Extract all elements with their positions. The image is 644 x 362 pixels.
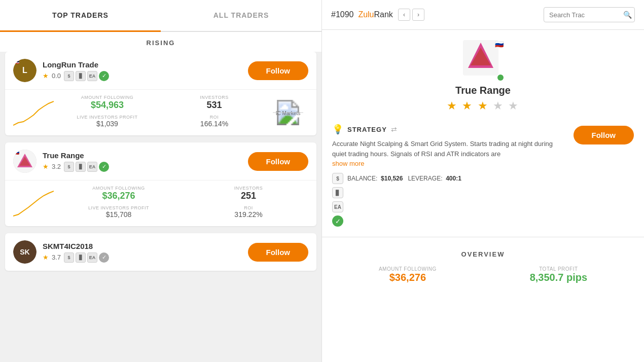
trader-rating-longrun: ★ 0.0 $ ▊ EA ✓ [43, 71, 242, 81]
balance-label: BALANCE: [347, 175, 377, 182]
badge-bar-truerange: ▊ [76, 162, 86, 172]
badge-verified-skmt: ✓ [99, 252, 109, 263]
overview-amount-following-label: AMOUNT FOLLOWING [379, 266, 437, 272]
rating-value-truerange: 3.2 [52, 163, 61, 170]
rising-label: RISING [0, 32, 321, 52]
overview-total-profit: TOTAL PROFIT 8,350.7 pips [530, 266, 587, 283]
profile-flag: 🇷🇺 [495, 40, 504, 48]
avatar-truerange: 🇷🇺 [13, 150, 37, 173]
trader-info-skmt: SKMT4IC2018 ★ 3.7 $ ▊ EA ✓ [43, 242, 242, 263]
amount-following-value-longrun: $54,963 [59, 100, 156, 111]
amount-following-label-longrun: AMOUNT FOLLOWING [59, 95, 156, 100]
right-follow-button[interactable]: Follow [574, 126, 634, 144]
trader-profile-section: 🇷🇺 True Range ★ ★ ★ ★ ★ [322, 30, 644, 124]
chart-longrun [13, 95, 54, 130]
overview-amount-following-value: $36,276 [379, 272, 437, 283]
badge-bar-longrun: ▊ [76, 71, 86, 81]
stats-grid-truerange: AMOUNT FOLLOWING $36,276 INVESTORS 251 L… [59, 186, 308, 221]
roi-value-longrun: 166.14% [166, 120, 263, 128]
leverage-value: 400:1 [446, 175, 461, 182]
rank-number: #1090 ZuluRank [331, 10, 393, 19]
right-header: #1090 ZuluRank ‹ › 🔍 [322, 0, 644, 30]
rank-next-button[interactable]: › [412, 9, 424, 21]
badge-verified-longrun: ✓ [99, 71, 109, 81]
star-icon-truerange: ★ [43, 163, 49, 170]
live-investors-label-truerange: LIVE INVESTORS PROFIT [59, 205, 178, 210]
badge-dollar-truerange: $ [64, 162, 74, 172]
balance-value: $10,526 [381, 175, 403, 182]
rank-zulu-text: Zulu [358, 10, 374, 19]
verified-badge-icon: ✓ [332, 215, 343, 227]
avatar-longrun: 🇹🇭 L [13, 59, 37, 82]
strategy-arrows-icon: ⇄ [391, 125, 397, 133]
tab-top-traders[interactable]: TOP TRADERS [0, 0, 161, 32]
right-panel: #1090 ZuluRank ‹ › 🔍 🇷🇺 True Range ★ ★ [322, 0, 644, 362]
badge-dollar-skmt: $ [64, 252, 74, 263]
trader-info-longrun: LongRun Trade ★ 0.0 $ ▊ EA ✓ [43, 60, 242, 81]
strategy-label: STRATEGY [347, 126, 387, 133]
dollar-badge-icon: $ [332, 173, 343, 184]
left-panel: TOP TRADERS ALL TRADERS RISING 🇹🇭 L Long… [0, 0, 322, 362]
live-investors-label-longrun: LIVE INVESTORS PROFIT [59, 115, 156, 120]
badge-ea-skmt: EA [87, 252, 97, 263]
trader-info-truerange: True Range ★ 3.2 $ ▊ EA ✓ [43, 151, 242, 172]
bar-badge-row: ▊ [332, 187, 634, 198]
trader-name-truerange: True Range [43, 151, 242, 160]
amount-following-value-truerange: $36,276 [59, 191, 178, 201]
stats-grid-longrun: AMOUNT FOLLOWING $54,963 INVESTORS 531 L… [59, 95, 263, 130]
badge-bar-skmt: ▊ [76, 252, 86, 263]
rank-hash: #1090 [331, 10, 354, 19]
trader-name-skmt: SKMT4IC2018 [43, 242, 242, 250]
trader-card-skmt: SK SKMT4IC2018 ★ 3.7 $ ▊ EA ✓ [5, 233, 316, 271]
search-icon: 🔍 [623, 11, 632, 19]
overview-section: OVERVIEW AMOUNT FOLLOWING $36,276 TOTAL … [322, 242, 644, 292]
strategy-content: 💡 STRATEGY ⇄ Accurate Night Scalping & S… [332, 124, 565, 168]
follow-button-skmt[interactable]: Follow [248, 243, 309, 262]
svg-text:IC Markets: IC Markets [276, 111, 300, 116]
profile-name: True Range [455, 85, 511, 96]
divider [322, 237, 644, 237]
roi-label-truerange: ROI [189, 205, 308, 210]
search-box: 🔍 [544, 7, 635, 22]
strategy-follow-row: 💡 STRATEGY ⇄ Accurate Night Scalping & S… [322, 124, 644, 168]
rank-navigation: ‹ › [398, 9, 424, 21]
strategy-lightbulb-icon: 💡 [332, 124, 343, 135]
profile-logo-svg [463, 40, 498, 76]
follow-button-longrun[interactable]: Follow [248, 61, 309, 80]
overview-title: OVERVIEW [332, 250, 634, 258]
roi-label-longrun: ROI [166, 115, 263, 120]
chart-truerange [13, 186, 54, 221]
trader-rating-truerange: ★ 3.2 $ ▊ EA ✓ [43, 162, 242, 172]
ea-badge-row: EA [332, 201, 634, 212]
trader-header-truerange: 🇷🇺 True Range ★ 3.2 $ ▊ [5, 142, 316, 180]
svg-text:L: L [22, 66, 27, 75]
tab-all-traders[interactable]: ALL TRADERS [161, 0, 321, 31]
rank-prev-button[interactable]: ‹ [398, 9, 410, 21]
show-more-link[interactable]: show more [332, 160, 365, 167]
overview-amount-following: AMOUNT FOLLOWING $36,276 [379, 266, 437, 283]
trader-rating-skmt: ★ 3.7 $ ▊ EA ✓ [43, 252, 242, 263]
roi-value-truerange: 319.22% [189, 210, 308, 219]
badge-verified-truerange: ✓ [99, 162, 109, 172]
ea-badge-icon: EA [332, 201, 343, 212]
traders-list: 🇹🇭 L LongRun Trade ★ 0.0 $ ▊ EA [0, 52, 321, 362]
amount-following-label-truerange: AMOUNT FOLLOWING [59, 186, 178, 191]
star-empty-1: ★ [493, 99, 504, 112]
star-filled-2: ★ [462, 99, 473, 112]
leverage-label: LEVERAGE: [408, 175, 442, 182]
star-filled-1: ★ [447, 99, 458, 112]
live-investors-value-longrun: $1,039 [59, 120, 156, 128]
tabs-container: TOP TRADERS ALL TRADERS [0, 0, 321, 32]
trader-card-longrun: 🇹🇭 L LongRun Trade ★ 0.0 $ ▊ EA [5, 52, 316, 135]
trader-header-skmt: SK SKMT4IC2018 ★ 3.7 $ ▊ EA ✓ [5, 233, 316, 271]
search-input[interactable] [549, 11, 620, 19]
balance-text: BALANCE: $10,526 LEVERAGE: 400:1 [347, 175, 461, 182]
badges-longrun: $ ▊ EA ✓ [64, 71, 109, 81]
investors-value-truerange: 251 [189, 191, 308, 201]
verified-badge-row: ✓ [332, 215, 634, 227]
strategy-description: Accurate Night Scalping & Smart Grid Sys… [332, 139, 565, 159]
svg-text:SK: SK [20, 248, 29, 256]
live-investors-value-truerange: $15,708 [59, 210, 178, 219]
follow-button-truerange[interactable]: Follow [248, 152, 309, 171]
overview-stats: AMOUNT FOLLOWING $36,276 TOTAL PROFIT 8,… [332, 266, 634, 283]
